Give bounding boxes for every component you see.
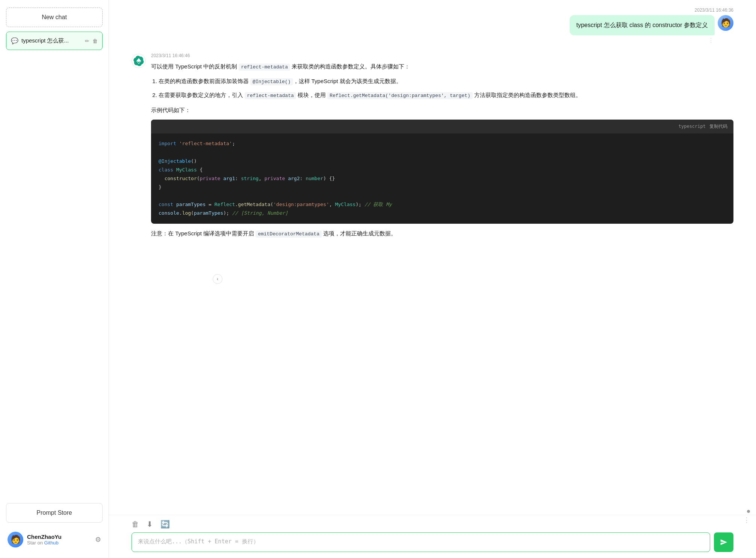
getmetadata-inline: Reflect.getMetadata('design:paramtypes',… [327,92,472,99]
ai-note-paragraph: 注意：在 TypeScript 编译选项中需要开启 emitDecoratorM… [151,228,733,238]
code-block-header: typescript 复制代码 [151,120,733,134]
send-icon [720,538,727,546]
bottom-toolbar: 🗑 ⬇ 🔄 [132,520,733,529]
code-block: typescript 复制代码 import 'reflect-metadata… [151,120,733,224]
reflect-metadata-inline: reflect-metadata [239,64,290,71]
chat-icon: 💬 [11,37,18,44]
more-options-icon[interactable]: ⋮ [743,516,750,524]
copy-code-button[interactable]: 复制代码 [709,123,727,130]
ai-step-2: 在需要获取参数定义的地方，引入 reflect-metadata 模块，使用 R… [159,90,733,100]
sidebar: New chat 💬 typescript 怎么获... ✏ 🗑 Prompt … [0,0,109,558]
send-button[interactable] [714,532,733,552]
sidebar-spacer [6,50,103,503]
user-info: ChenZhaoYu Star on Github [27,534,91,546]
github-link[interactable]: Github [44,540,59,546]
delete-icon[interactable]: 🗑 [92,38,98,44]
chat-input[interactable] [132,532,710,552]
ai-avatar [132,54,146,68]
user-area: 🧑 ChenZhaoYu Star on Github ⚙ [6,529,103,550]
edit-icon[interactable]: ✏ [85,38,89,44]
settings-icon[interactable]: ⚙ [95,535,101,544]
ai-step-1: 在类的构造函数参数前面添加装饰器 @Injectable()，这样 TypeSc… [159,76,733,86]
input-row [132,532,733,552]
emit-decorator-inline: emitDecoratorMetadata [256,230,322,238]
scroll-dot-active [747,510,750,513]
user-message-bubble: typescript 怎么获取 class 的 constructor 参数定义 [570,15,715,35]
ai-intro-paragraph: 可以使用 TypeScript 中的反射机制 reflect-metadata … [151,61,733,71]
avatar: 🧑 [8,532,23,547]
download-toolbar-icon[interactable]: ⬇ [147,520,153,529]
user-avatar-icon: 🧑 [718,15,733,31]
ai-message-timestamp: 2023/3/11 16:46:46 [151,53,733,58]
ai-message-content: 2023/3/11 16:46:46 可以使用 TypeScript 中的反射机… [151,53,733,243]
ai-message-row: 2023/3/11 16:46:46 可以使用 TypeScript 中的反射机… [132,53,733,243]
bottom-area: 🗑 ⬇ 🔄 [109,515,756,558]
trash-toolbar-icon[interactable]: 🗑 [132,520,139,529]
code-text: import 'reflect-metadata'; @Injectable()… [159,141,392,216]
chat-messages: 2023/3/11 16:46:36 typescript 怎么获取 class… [109,0,756,515]
chat-item-actions: ✏ 🗑 [85,38,98,44]
message-options-icon[interactable]: ⋮ [708,37,733,44]
code-language-label: typescript [679,123,706,131]
ai-message-text: 可以使用 TypeScript 中的反射机制 reflect-metadata … [151,61,733,239]
main-chat-area: 2023/3/11 16:46:36 typescript 怎么获取 class… [109,0,756,558]
reflect-meta-inline2: reflect-metadata [245,92,296,99]
ai-steps-list: 在类的构造函数参数前面添加装饰器 @Injectable()，这样 TypeSc… [151,76,733,100]
user-name: ChenZhaoYu [27,534,91,540]
chat-list-item[interactable]: 💬 typescript 怎么获... ✏ 🗑 [6,32,103,50]
chat-item-title: typescript 怎么获... [21,37,82,44]
collapse-sidebar-button[interactable]: ‹ [213,274,222,284]
scroll-indicator [747,510,750,513]
prompt-store-button[interactable]: Prompt Store [6,503,103,523]
user-message-row: 2023/3/11 16:46:36 typescript 怎么获取 class… [132,8,733,44]
user-subtitle: Star on Github [27,540,91,546]
user-message-timestamp: 2023/3/11 16:46:36 [695,8,733,13]
new-chat-button[interactable]: New chat [6,8,103,27]
code-content: import 'reflect-metadata'; @Injectable()… [151,133,733,224]
example-label: 示例代码如下： [151,105,733,115]
refresh-toolbar-icon[interactable]: 🔄 [160,520,170,529]
injectable-inline: @Injectable() [250,78,293,85]
